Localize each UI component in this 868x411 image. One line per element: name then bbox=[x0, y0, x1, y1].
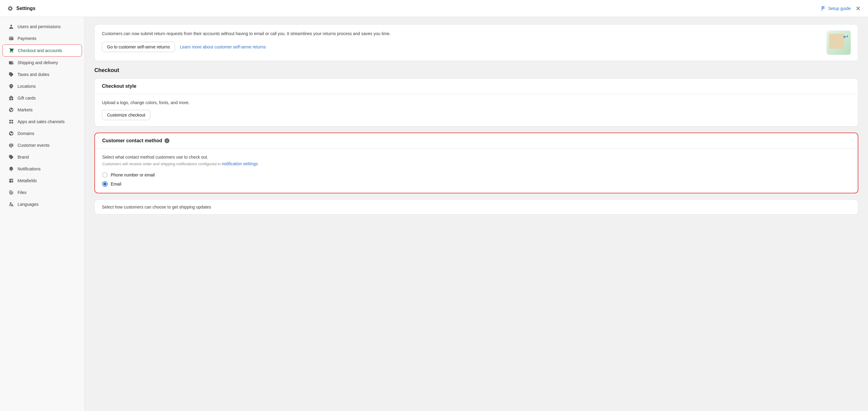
contact-sub-description: Customers will receive order and shippin… bbox=[102, 161, 850, 166]
radio-label-phone-email: Phone number or email bbox=[111, 173, 155, 177]
contact-method-radio-group: Phone number or email Email bbox=[102, 172, 850, 187]
sidebar-item-payments[interactable]: Payments bbox=[2, 33, 82, 44]
domain-icon bbox=[8, 131, 14, 136]
contact-method-title: Customer contact method bbox=[102, 138, 162, 143]
sidebar-item-taxes-duties[interactable]: Taxes and duties bbox=[2, 69, 82, 80]
sidebar-item-files[interactable]: Files bbox=[2, 187, 82, 198]
topbar: Settings Setup guide ✕ bbox=[0, 0, 868, 17]
sidebar-item-apps-sales-channels[interactable]: Apps and sales channels bbox=[2, 116, 82, 127]
brand-icon bbox=[8, 154, 14, 160]
checkout-style-card: Checkout style Upload a logo, change col… bbox=[94, 78, 858, 126]
go-to-self-serve-returns-button[interactable]: Go to customer self-serve returns bbox=[102, 42, 175, 52]
contact-method-card: Customer contact method i Select what co… bbox=[94, 133, 858, 194]
payment-icon bbox=[8, 36, 14, 41]
events-icon bbox=[8, 143, 14, 148]
return-card: Customers can now submit return requests… bbox=[94, 24, 858, 61]
sidebar-item-users-permissions[interactable]: Users and permissions bbox=[2, 21, 82, 32]
layout: Users and permissions Payments Checkout … bbox=[0, 17, 868, 411]
radio-circle-phone-email bbox=[102, 172, 108, 178]
contact-method-header: Customer contact method i bbox=[95, 133, 858, 149]
customize-checkout-button[interactable]: Customize checkout bbox=[102, 110, 150, 120]
return-card-actions: Go to customer self-serve returns Learn … bbox=[102, 42, 820, 52]
checkout-section-title: Checkout bbox=[94, 67, 858, 74]
tag-icon bbox=[8, 72, 14, 77]
contact-method-body: Select what contact method customers use… bbox=[95, 149, 858, 193]
radio-option-email[interactable]: Email bbox=[102, 181, 850, 187]
files-icon bbox=[8, 190, 14, 195]
learn-more-returns-link[interactable]: Learn more about customer self-serve ret… bbox=[180, 45, 266, 49]
globe-icon bbox=[8, 107, 14, 113]
languages-icon bbox=[8, 202, 14, 207]
sidebar-item-notifications[interactable]: Notifications bbox=[2, 163, 82, 175]
contact-description: Select what contact method customers use… bbox=[102, 155, 850, 159]
return-card-content: Customers can now submit return requests… bbox=[102, 31, 820, 52]
setup-guide-button[interactable]: Setup guide bbox=[822, 6, 851, 11]
sidebar-item-checkout-accounts[interactable]: Checkout and accounts bbox=[2, 45, 82, 57]
radio-circle-email bbox=[102, 181, 108, 187]
sidebar-item-gift-cards[interactable]: Gift cards bbox=[2, 92, 82, 104]
metafields-icon bbox=[8, 178, 14, 183]
notification-settings-link[interactable]: notification settings bbox=[222, 161, 258, 166]
cart-icon bbox=[9, 48, 14, 53]
person-icon bbox=[8, 24, 14, 29]
radio-label-email: Email bbox=[111, 182, 121, 186]
return-card-image bbox=[827, 31, 851, 55]
gear-icon bbox=[7, 5, 13, 11]
bell-icon bbox=[8, 166, 14, 172]
location-icon bbox=[8, 84, 14, 89]
page-title: Settings bbox=[16, 6, 35, 11]
sidebar-item-languages[interactable]: Languages bbox=[2, 199, 82, 210]
sidebar-item-brand[interactable]: Brand bbox=[2, 151, 82, 163]
gift-icon bbox=[8, 95, 14, 101]
checkout-style-description: Upload a logo, change colors, fonts, and… bbox=[102, 100, 851, 105]
truck-icon bbox=[8, 60, 14, 65]
info-icon[interactable]: i bbox=[164, 138, 169, 143]
main-content: Customers can now submit return requests… bbox=[85, 17, 868, 411]
sidebar-item-shipping-delivery[interactable]: Shipping and delivery bbox=[2, 57, 82, 68]
topbar-left: Settings bbox=[7, 5, 35, 11]
flag-icon bbox=[822, 6, 826, 11]
close-button[interactable]: ✕ bbox=[856, 5, 861, 11]
checkout-style-card-header: Checkout style bbox=[95, 79, 858, 94]
sidebar-item-markets[interactable]: Markets bbox=[2, 104, 82, 116]
checkout-style-card-body: Upload a logo, change colors, fonts, and… bbox=[95, 94, 858, 126]
topbar-right: Setup guide ✕ bbox=[822, 5, 861, 11]
sidebar: Users and permissions Payments Checkout … bbox=[0, 17, 85, 411]
radio-option-phone-email[interactable]: Phone number or email bbox=[102, 172, 850, 178]
return-card-text: Customers can now submit return requests… bbox=[102, 31, 820, 37]
bottom-hint: Select how customers can choose to get s… bbox=[94, 200, 858, 214]
sidebar-item-customer-events[interactable]: Customer events bbox=[2, 140, 82, 151]
sidebar-item-locations[interactable]: Locations bbox=[2, 81, 82, 92]
apps-icon bbox=[8, 119, 14, 124]
sidebar-item-metafields[interactable]: Metafields bbox=[2, 175, 82, 186]
sidebar-item-domains[interactable]: Domains bbox=[2, 128, 82, 139]
